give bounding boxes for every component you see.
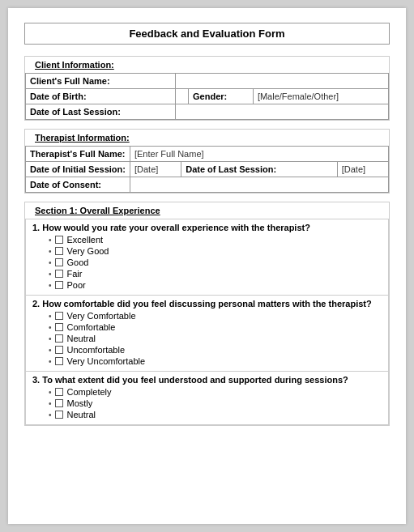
client-table: Client's Full Name: Date of Birth: Gende… bbox=[25, 73, 389, 120]
gender-value: [Male/Female/Other] bbox=[253, 89, 388, 104]
list-item: Very Good bbox=[49, 246, 382, 256]
checkbox-icon[interactable] bbox=[55, 388, 63, 396]
therapist-name-label: Therapist's Full Name: bbox=[26, 147, 130, 162]
list-item: Neutral bbox=[49, 334, 382, 343]
checkbox-icon[interactable] bbox=[55, 258, 63, 266]
question-2-block: 2. How comfortable did you feel discussi… bbox=[26, 295, 388, 371]
checkbox-icon[interactable] bbox=[55, 236, 63, 244]
client-section: Client Information: Client's Full Name: … bbox=[24, 56, 390, 121]
gender-label: Gender: bbox=[189, 89, 254, 104]
table-row: Date of Initial Session: [Date] Date of … bbox=[26, 162, 389, 177]
last-session-value[interactable] bbox=[175, 104, 389, 120]
table-row: Date of Last Session: bbox=[26, 104, 389, 120]
last-session-therapist-value[interactable]: [Date] bbox=[337, 162, 388, 177]
question-2-number: 2. bbox=[32, 299, 42, 309]
consent-label: Date of Consent: bbox=[26, 177, 130, 193]
full-name-label: Client's Full Name: bbox=[26, 74, 176, 89]
checkbox-icon[interactable] bbox=[55, 357, 63, 365]
question-1-block: 1. How would you rate your overall exper… bbox=[26, 219, 388, 295]
list-item: Poor bbox=[49, 280, 382, 290]
table-row: Therapist's Full Name: [Enter Full Name] bbox=[26, 147, 389, 162]
client-section-header: Client Information: bbox=[32, 58, 117, 71]
table-row: Date of Consent: bbox=[26, 177, 389, 193]
question-3-options: Completely Mostly Neutral bbox=[32, 387, 382, 419]
last-session-therapist-label: Date of Last Session: bbox=[181, 162, 338, 177]
table-row: Client's Full Name: bbox=[26, 74, 389, 89]
therapist-section: Therapist Information: Therapist's Full … bbox=[24, 129, 390, 194]
question-3-text: 3. To what extent did you feel understoo… bbox=[32, 375, 382, 385]
last-session-label: Date of Last Session: bbox=[26, 104, 176, 120]
checkbox-icon[interactable] bbox=[55, 312, 63, 320]
list-item: Excellent bbox=[49, 235, 382, 245]
overall-section-header: Section 1: Overall Experience bbox=[32, 204, 164, 217]
question-1-number: 1. bbox=[32, 223, 42, 232]
page: Feedback and Evaluation Form Client Info… bbox=[8, 8, 406, 524]
checkbox-icon[interactable] bbox=[55, 247, 63, 255]
initial-session-value[interactable]: [Date] bbox=[130, 162, 181, 177]
checkbox-icon[interactable] bbox=[55, 281, 63, 289]
therapist-table: Therapist's Full Name: [Enter Full Name]… bbox=[25, 146, 389, 193]
checkbox-icon[interactable] bbox=[55, 411, 63, 419]
list-item: Fair bbox=[49, 269, 382, 279]
question-2-options: Very Comfortable Comfortable Neutral Unc… bbox=[32, 311, 382, 366]
therapist-section-header: Therapist Information: bbox=[32, 131, 133, 144]
therapist-name-value[interactable]: [Enter Full Name] bbox=[130, 147, 388, 162]
overall-section: Section 1: Overall Experience 1. How wou… bbox=[24, 202, 390, 426]
question-2-text: 2. How comfortable did you feel discussi… bbox=[32, 299, 382, 309]
list-item: Comfortable bbox=[49, 322, 382, 332]
checkbox-icon[interactable] bbox=[55, 399, 63, 407]
question-1-options: Excellent Very Good Good Fair Poor bbox=[32, 235, 382, 290]
list-item: Uncomfortable bbox=[49, 345, 382, 355]
full-name-value[interactable] bbox=[175, 74, 389, 89]
question-3-number: 3. bbox=[32, 375, 42, 385]
list-item: Very Comfortable bbox=[49, 311, 382, 321]
dob-label: Date of Birth: bbox=[26, 89, 176, 104]
list-item: Completely bbox=[49, 387, 382, 397]
table-row: Date of Birth: Gender: [Male/Female/Othe… bbox=[26, 89, 389, 104]
consent-value[interactable] bbox=[130, 177, 388, 193]
question-1-text: 1. How would you rate your overall exper… bbox=[32, 223, 382, 232]
checkbox-icon[interactable] bbox=[55, 270, 63, 278]
list-item: Very Uncomfortable bbox=[49, 356, 382, 366]
list-item: Neutral bbox=[49, 410, 382, 419]
question-3-block: 3. To what extent did you feel understoo… bbox=[26, 371, 388, 424]
questions-container: 1. How would you rate your overall exper… bbox=[25, 219, 389, 425]
checkbox-icon[interactable] bbox=[55, 323, 63, 331]
dob-value[interactable] bbox=[175, 89, 189, 104]
list-item: Good bbox=[49, 257, 382, 267]
form-title: Feedback and Evaluation Form bbox=[24, 23, 390, 45]
checkbox-icon[interactable] bbox=[55, 346, 63, 354]
checkbox-icon[interactable] bbox=[55, 334, 63, 343]
list-item: Mostly bbox=[49, 398, 382, 408]
initial-session-label: Date of Initial Session: bbox=[26, 162, 130, 177]
